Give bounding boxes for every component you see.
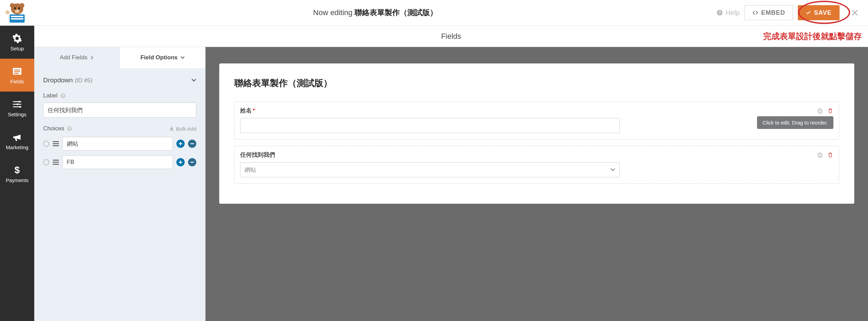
svg-rect-25 — [819, 110, 822, 114]
list-icon — [12, 66, 22, 76]
chevron-down-icon — [610, 167, 615, 172]
drag-handle-icon[interactable] — [53, 159, 59, 165]
chevron-down-icon — [191, 78, 196, 83]
svg-rect-14 — [14, 71, 20, 72]
preview-field-dropdown[interactable]: 任何找到我們 網站 — [234, 146, 839, 184]
nav-marketing[interactable]: Marketing — [0, 124, 34, 157]
nav-settings-label: Settings — [8, 111, 26, 117]
svg-rect-26 — [818, 153, 821, 157]
choice-default-radio[interactable] — [43, 141, 49, 147]
save-label: SAVE — [814, 9, 832, 16]
svg-text:?: ? — [719, 10, 721, 15]
choices-title: Choices — [43, 125, 64, 132]
fields-title: Fields — [441, 32, 461, 41]
svg-text:$: $ — [14, 165, 20, 175]
chevron-down-icon — [181, 56, 185, 60]
svg-point-2 — [20, 3, 24, 8]
preview-field-label: 姓名 — [240, 107, 252, 114]
field-type-name: Dropdown — [43, 76, 73, 84]
top-actions: ? Help EMBED SAVE ✕ — [716, 5, 861, 20]
gear-icon — [12, 33, 22, 44]
svg-rect-15 — [14, 73, 18, 74]
minus-icon — [190, 160, 194, 164]
svg-point-17 — [17, 103, 18, 105]
wpforms-mascot-icon — [5, 2, 29, 23]
help-label: Help — [726, 9, 740, 17]
annotation-text: 完成表單設計後就點擊儲存 — [763, 31, 862, 42]
embed-label: EMBED — [761, 9, 785, 16]
save-button[interactable]: SAVE — [798, 5, 840, 20]
panel-tabs: Add Fields Field Options — [34, 47, 205, 68]
help-icon[interactable]: ? — [60, 93, 66, 98]
svg-rect-13 — [14, 70, 20, 71]
svg-point-3 — [14, 7, 16, 9]
nav-settings[interactable]: Settings — [0, 92, 34, 124]
code-icon — [752, 10, 758, 16]
label-option: Label ? — [43, 92, 196, 118]
svg-point-9 — [5, 10, 10, 14]
bulk-add-label: Bulk Add — [176, 126, 196, 132]
svg-point-5 — [15, 10, 20, 13]
plus-icon — [178, 160, 183, 164]
nav-fields[interactable]: Fields — [0, 59, 34, 92]
label-title: Label — [43, 92, 58, 99]
choice-row — [43, 137, 196, 151]
choice-row — [43, 155, 196, 169]
nav-marketing-label: Marketing — [6, 144, 28, 150]
edit-tooltip: Click to edit. Drag to reorder. — [757, 116, 833, 129]
help-icon[interactable]: ? — [67, 126, 72, 131]
preview-select-value: 網站 — [245, 166, 256, 174]
choice-remove-button[interactable] — [188, 140, 196, 148]
trash-icon[interactable] — [827, 108, 833, 114]
nav-payments[interactable]: $ Payments — [0, 157, 34, 190]
minus-icon — [190, 142, 194, 146]
svg-text:?: ? — [69, 127, 71, 131]
drag-handle-icon[interactable] — [53, 141, 59, 146]
editing-prefix: Now editing — [313, 8, 352, 17]
preview-field-name[interactable]: 姓名* Click to edit. Drag to reorder. — [234, 102, 839, 140]
help-link[interactable]: ? Help — [716, 9, 740, 17]
download-icon — [169, 126, 174, 131]
help-icon: ? — [716, 9, 723, 16]
svg-rect-8 — [11, 18, 23, 20]
svg-rect-24 — [818, 109, 821, 112]
choice-add-button[interactable] — [176, 140, 185, 148]
svg-point-1 — [10, 3, 15, 8]
svg-point-18 — [19, 106, 21, 108]
field-options-header[interactable]: Dropdown (ID #5) — [43, 76, 196, 84]
choice-remove-button[interactable] — [188, 158, 196, 166]
trash-icon[interactable] — [827, 152, 833, 158]
field-id: (ID #5) — [75, 77, 92, 84]
nav-fields-label: Fields — [10, 79, 24, 84]
label-input[interactable] — [43, 103, 196, 118]
choice-input[interactable] — [62, 155, 173, 169]
close-button[interactable]: ✕ — [848, 7, 861, 19]
preview-select[interactable]: 網站 — [240, 162, 620, 177]
preview-field-label: 任何找到我們 — [240, 152, 275, 158]
duplicate-icon[interactable] — [817, 108, 823, 114]
tab-field-options[interactable]: Field Options — [120, 47, 206, 68]
app-logo — [0, 2, 34, 23]
sliders-icon — [12, 99, 22, 109]
choice-input[interactable] — [62, 137, 173, 151]
nav-setup[interactable]: Setup — [0, 26, 34, 59]
bullhorn-icon — [12, 132, 22, 142]
nav-payments-label: Payments — [6, 177, 29, 183]
nav-setup-label: Setup — [10, 46, 24, 51]
bulk-add-link[interactable]: Bulk Add — [169, 126, 196, 132]
duplicate-icon[interactable] — [817, 152, 823, 158]
fields-header: Fields 完成表單設計後就點擊儲存 — [34, 26, 868, 47]
preview-area: 聯絡表單製作（測試版） 姓名* — [206, 47, 868, 321]
svg-rect-27 — [819, 154, 822, 158]
svg-text:?: ? — [62, 94, 64, 98]
svg-rect-7 — [11, 16, 23, 17]
preview-text-input[interactable] — [240, 118, 620, 133]
panel-body: Dropdown (ID #5) Label ? — [34, 68, 205, 321]
required-asterisk: * — [253, 107, 255, 114]
choice-default-radio[interactable] — [43, 159, 49, 165]
choice-add-button[interactable] — [176, 158, 185, 166]
preview-card: 聯絡表單製作（測試版） 姓名* — [219, 63, 854, 204]
tab-add-label: Add Fields — [60, 54, 87, 61]
tab-add-fields[interactable]: Add Fields — [34, 47, 120, 68]
embed-button[interactable]: EMBED — [744, 5, 793, 20]
